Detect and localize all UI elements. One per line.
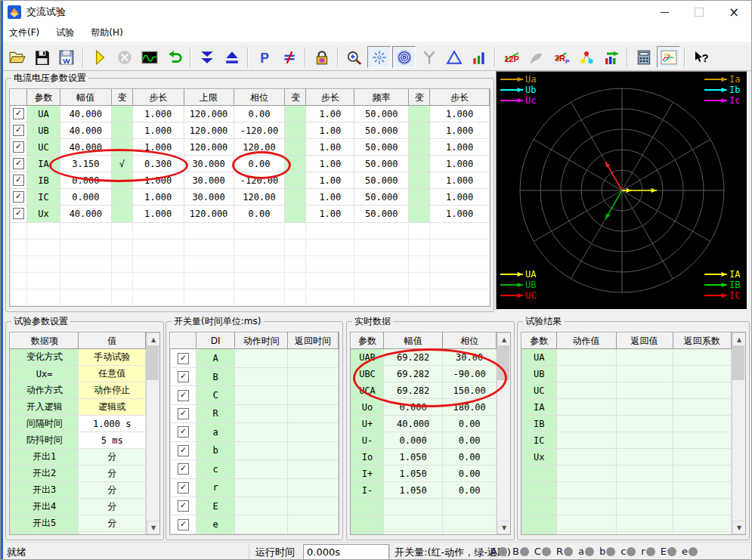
param-value-cell[interactable] (285, 172, 306, 189)
phase-p-icon[interactable]: P (252, 46, 276, 68)
param-value-cell[interactable] (409, 206, 430, 222)
row-checkbox[interactable]: ✓ (178, 482, 189, 493)
param-value-cell[interactable]: 40.000 (60, 106, 111, 122)
param-value-cell[interactable]: 50.000 (354, 106, 409, 122)
param-value-cell[interactable]: 1.000 (430, 122, 490, 139)
param-value-cell[interactable] (111, 122, 132, 139)
param-value-cell[interactable]: 30.000 (184, 172, 234, 189)
value-cell[interactable]: 分 (79, 499, 146, 515)
param-value-cell[interactable]: 1.000 (132, 189, 184, 206)
param-value-cell[interactable]: 30.000 (184, 189, 234, 206)
value-cell[interactable]: 分 (79, 532, 146, 536)
value-cell[interactable]: 5 ms (79, 432, 146, 449)
fault-icon[interactable] (525, 46, 548, 68)
stop-test-icon[interactable] (113, 46, 136, 68)
param-value-cell[interactable] (111, 139, 132, 156)
param-value-cell[interactable] (285, 139, 306, 156)
param-value-cell[interactable]: 120.00 (234, 139, 285, 156)
param-value-cell[interactable] (285, 106, 306, 122)
param-value-cell[interactable] (111, 106, 132, 122)
target-rings-icon[interactable] (392, 46, 416, 68)
scroll-up-icon[interactable]: ▲ (732, 333, 746, 346)
scroll-down-icon[interactable]: ▼ (732, 521, 746, 534)
param-value-cell[interactable]: 1.000 (430, 156, 490, 172)
param-value-cell[interactable] (285, 206, 306, 222)
param-value-cell[interactable] (111, 172, 132, 189)
scroll-up-icon[interactable]: ▲ (497, 333, 511, 346)
row-checkbox[interactable]: ✓ (178, 445, 189, 456)
param-value-cell[interactable]: 50.000 (354, 139, 409, 156)
row-checkbox[interactable]: ✓ (13, 208, 24, 219)
value-cell[interactable]: 动作停止 (79, 382, 146, 399)
param-value-cell[interactable]: 0.00 (234, 156, 285, 172)
row-checkbox[interactable]: ✓ (178, 519, 189, 531)
param-value-cell[interactable]: 1.000 (132, 139, 184, 156)
param-value-cell[interactable]: 0.000 (60, 189, 111, 206)
menu-item-1[interactable]: 试验 (48, 24, 82, 42)
minimize-button[interactable] (647, 1, 682, 23)
param-value-cell[interactable]: 0.000 (60, 172, 111, 189)
save-file-icon[interactable] (30, 46, 54, 68)
param-value-cell[interactable]: 1.000 (132, 206, 184, 222)
param-value-cell[interactable]: 50.000 (354, 172, 409, 189)
param-value-cell[interactable]: 50.000 (354, 206, 409, 222)
param-value-cell[interactable]: 0.00 (234, 106, 285, 122)
waveform-icon[interactable] (138, 46, 161, 68)
zoom-in-icon[interactable] (342, 46, 366, 68)
export-report-icon[interactable]: W (55, 46, 79, 68)
runtime-value-box[interactable]: 0.000s (303, 544, 389, 560)
param-value-cell[interactable] (409, 172, 430, 189)
param-value-cell[interactable]: 120.000 (184, 206, 234, 222)
menu-item-0[interactable]: 文件(F) (1, 24, 48, 42)
3rp-icon[interactable]: 3RP (549, 46, 573, 68)
param-value-cell[interactable] (409, 106, 430, 122)
param-value-cell[interactable]: 120.000 (184, 122, 234, 139)
row-checkbox[interactable]: ✓ (178, 426, 189, 438)
param-value-cell[interactable]: 1.000 (430, 106, 490, 122)
param-value-cell[interactable]: 120.00 (234, 189, 285, 206)
param-value-cell[interactable]: 50.000 (354, 189, 409, 206)
vector-dots-icon[interactable] (574, 46, 598, 68)
row-checkbox[interactable]: ✓ (178, 408, 189, 419)
row-checkbox[interactable]: ✓ (13, 175, 24, 186)
param-value-cell[interactable] (111, 189, 132, 206)
value-cell[interactable]: 分 (79, 482, 146, 499)
param-value-cell[interactable] (285, 189, 306, 206)
param-value-cell[interactable]: 1.000 (430, 172, 490, 189)
start-test-icon[interactable] (88, 46, 111, 68)
scroll-thumb[interactable] (732, 345, 744, 380)
step-down-icon[interactable] (195, 46, 218, 68)
row-checkbox[interactable]: ✓ (178, 390, 189, 401)
scroll-up-icon[interactable]: ▲ (147, 333, 160, 346)
param-value-cell[interactable]: 1.000 (430, 139, 490, 156)
param-value-cell[interactable]: 1.00 (306, 206, 354, 222)
param-value-cell[interactable]: 1.00 (306, 122, 354, 139)
harmonic-bars-icon[interactable] (467, 46, 491, 68)
test-params-scrollbar[interactable]: ▲ ▼ (146, 333, 159, 534)
lock-icon[interactable] (310, 46, 333, 68)
trend-chart-icon[interactable] (599, 46, 623, 68)
param-value-cell[interactable]: 120.000 (184, 106, 234, 122)
scroll-down-icon[interactable]: ▼ (147, 521, 160, 534)
param-value-cell[interactable] (285, 156, 306, 172)
row-checkbox[interactable]: ✓ (178, 371, 189, 382)
value-cell[interactable]: 手动试验 (79, 349, 146, 366)
value-cell[interactable]: 逻辑或 (79, 399, 146, 416)
param-value-cell[interactable]: -120.00 (234, 172, 285, 189)
value-cell[interactable]: 分 (79, 515, 146, 532)
param-value-cell[interactable]: 50.000 (354, 122, 409, 139)
param-value-cell[interactable]: √ (111, 156, 132, 172)
value-cell[interactable]: 1.000 s (79, 416, 146, 432)
param-value-cell[interactable]: -120.00 (234, 122, 285, 139)
value-cell[interactable]: 任意值 (79, 366, 146, 382)
param-value-cell[interactable] (285, 122, 306, 139)
value-cell[interactable]: 分 (79, 466, 146, 482)
param-value-cell[interactable] (409, 156, 430, 172)
row-checkbox[interactable]: ✓ (178, 353, 189, 364)
step-up-icon[interactable] (220, 46, 243, 68)
results-scrollbar[interactable]: ▲ ▼ (732, 333, 745, 534)
param-value-cell[interactable]: 1.00 (306, 172, 354, 189)
help-icon[interactable]: ? (689, 46, 713, 68)
row-checkbox[interactable]: ✓ (13, 125, 24, 136)
maximize-button[interactable] (682, 1, 716, 23)
